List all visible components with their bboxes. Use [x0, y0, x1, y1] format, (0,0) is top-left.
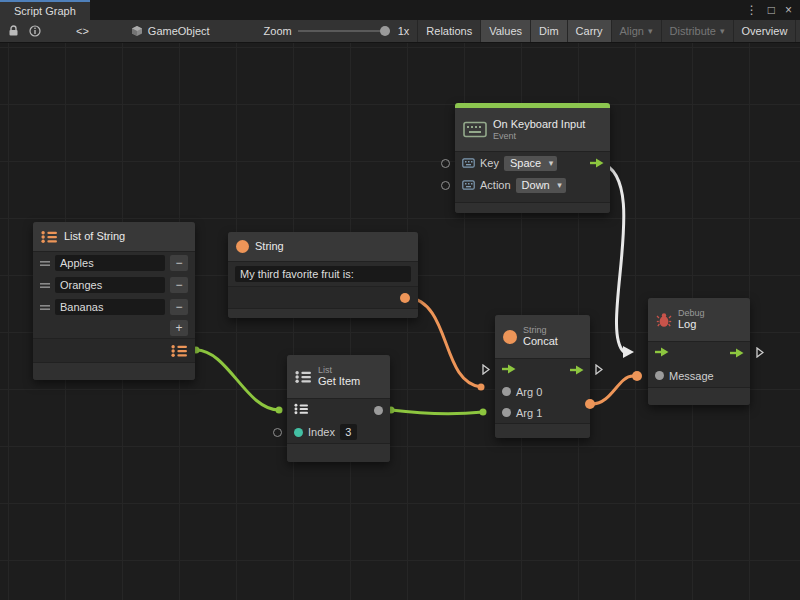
unconnected-flow-indicator — [482, 364, 490, 377]
flow-arrow-icon — [570, 365, 584, 375]
item-output-port[interactable] — [374, 406, 383, 415]
node-footer — [228, 308, 418, 318]
gameobject-label: GameObject — [148, 25, 210, 37]
key-dropdown[interactable]: Space — [504, 156, 557, 171]
list-icon — [294, 403, 309, 415]
index-label: Index — [308, 426, 335, 438]
node-title: Concat — [523, 335, 558, 348]
list-item-field[interactable]: Oranges — [55, 277, 165, 293]
unconnected-value-port[interactable] — [273, 428, 282, 437]
remove-item-button[interactable]: − — [170, 277, 188, 293]
node-title: List of String — [64, 230, 125, 243]
node-footer — [287, 443, 390, 462]
string-type-icon — [236, 240, 249, 253]
code-icon: <> — [76, 25, 89, 37]
node-title: String — [255, 240, 284, 253]
flow-arrow-icon — [655, 347, 669, 357]
node-footer — [33, 362, 195, 380]
dim-toggle[interactable]: Dim — [530, 20, 567, 43]
align-dropdown[interactable]: Align — [611, 20, 661, 43]
message-input-port[interactable] — [655, 371, 664, 380]
flow-output-port[interactable] — [570, 365, 584, 377]
flow-input-port[interactable] — [655, 347, 669, 359]
carry-toggle[interactable]: Carry — [567, 20, 611, 43]
string-value-field[interactable]: My third favorite fruit is: — [235, 266, 411, 282]
list-icon — [41, 230, 58, 244]
action-type-icon — [462, 180, 475, 190]
graph-toolbar: <> GameObject Zoom 1x Relations Values D… — [0, 20, 800, 43]
node-string-literal[interactable]: String My third favorite fruit is: — [228, 232, 418, 318]
arg0-label: Arg 0 — [516, 386, 542, 398]
node-footer — [495, 423, 590, 438]
key-type-icon — [462, 158, 475, 168]
node-title: Log — [678, 318, 705, 331]
action-dropdown[interactable]: Down — [516, 178, 566, 193]
node-concat[interactable]: String Concat Arg 0 Arg 1 — [495, 315, 590, 438]
keyboard-icon — [463, 121, 487, 138]
flow-input-port[interactable] — [502, 364, 516, 376]
code-preview-button[interactable]: <> — [68, 20, 97, 43]
fullscreen-button[interactable]: Full Screen — [795, 20, 800, 43]
result-output-port[interactable] — [585, 399, 595, 409]
maximize-icon[interactable]: □ — [768, 3, 775, 17]
node-category: String — [523, 325, 558, 335]
node-category: List — [318, 365, 360, 375]
node-get-item[interactable]: List Get Item Index 3 — [287, 355, 390, 462]
list-item-field[interactable]: Apples — [55, 255, 165, 271]
info-button[interactable] — [24, 20, 46, 43]
gameobject-target-button[interactable]: GameObject — [123, 20, 218, 43]
list-output-port[interactable] — [171, 344, 188, 360]
value-input-port[interactable] — [441, 181, 450, 190]
node-title: Get Item — [318, 375, 360, 388]
string-output-port[interactable] — [400, 293, 410, 303]
node-debug-log[interactable]: Debug Log Message — [648, 298, 750, 405]
action-label: Action — [480, 179, 511, 191]
lock-icon — [8, 25, 19, 37]
tab-script-graph[interactable]: Script Graph — [0, 0, 90, 20]
unconnected-flow-indicator — [595, 364, 603, 377]
list-item-field[interactable]: Bananas — [55, 299, 165, 315]
window-menu-icon[interactable]: ⋮ — [746, 3, 758, 17]
arg0-input-port[interactable] — [502, 387, 511, 396]
distribute-dropdown[interactable]: Distribute — [661, 20, 733, 43]
tab-title: Script Graph — [14, 5, 76, 17]
flow-arrow-icon — [590, 158, 604, 168]
flow-arrow-icon — [502, 364, 516, 374]
drag-handle-icon[interactable] — [40, 260, 50, 267]
index-input-port[interactable] — [294, 428, 303, 437]
list-icon — [295, 370, 312, 384]
remove-item-button[interactable]: − — [170, 255, 188, 271]
arg1-input-port[interactable] — [502, 408, 511, 417]
string-type-icon — [503, 330, 517, 344]
wire-endpoint-dot — [632, 371, 642, 381]
add-item-button[interactable]: + — [170, 320, 188, 336]
close-icon[interactable]: × — [785, 3, 792, 17]
info-icon — [29, 25, 41, 37]
flow-output-port[interactable] — [590, 158, 604, 170]
list-input-port[interactable] — [294, 403, 309, 417]
remove-item-button[interactable]: − — [170, 299, 188, 315]
window-controls: ⋮ □ × — [746, 0, 800, 20]
drag-handle-icon[interactable] — [40, 282, 50, 289]
drag-handle-icon[interactable] — [40, 304, 50, 311]
arg1-label: Arg 1 — [516, 407, 542, 419]
flow-output-port[interactable] — [730, 348, 744, 360]
overview-button[interactable]: Overview — [733, 20, 796, 43]
node-footer — [648, 387, 750, 405]
zoom-value: 1x — [396, 20, 418, 43]
value-input-port[interactable] — [441, 159, 450, 168]
list-icon — [171, 344, 188, 358]
node-on-keyboard-input[interactable]: On Keyboard Input Event Key Space Action… — [455, 103, 610, 213]
node-footer — [455, 202, 610, 213]
flow-arrow-icon — [730, 348, 744, 358]
node-category: Debug — [678, 308, 705, 318]
lock-button[interactable] — [3, 20, 24, 43]
zoom-slider-handle[interactable] — [380, 26, 390, 36]
gameobject-cube-icon — [131, 25, 143, 37]
node-list-of-string[interactable]: List of String Apples − Oranges − Banana… — [33, 222, 195, 380]
values-toggle[interactable]: Values — [480, 20, 530, 43]
unconnected-flow-indicator — [756, 347, 764, 360]
relations-toggle[interactable]: Relations — [417, 20, 480, 43]
zoom-slider[interactable] — [298, 30, 390, 32]
index-value-field[interactable]: 3 — [340, 424, 357, 440]
